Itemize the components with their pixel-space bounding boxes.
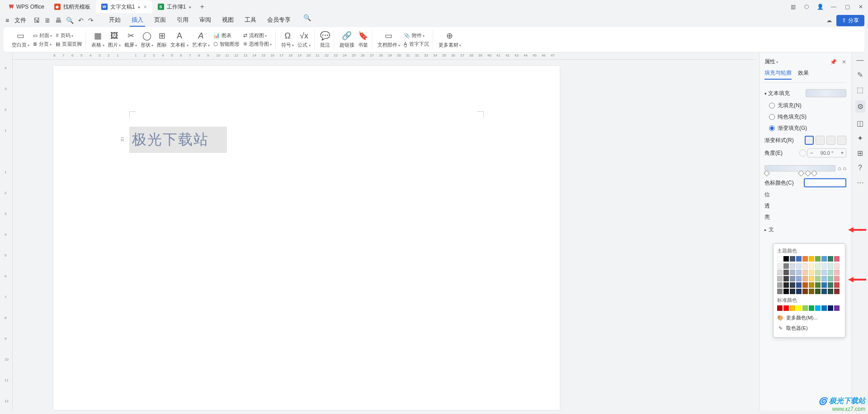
color-swatch[interactable] [796,256,802,262]
color-swatch[interactable] [783,270,789,275]
wordart-selection[interactable]: ⠿ 极光下载站 [129,127,227,153]
color-swatch[interactable] [815,305,821,311]
color-swatch[interactable] [783,276,789,281]
color-swatch[interactable] [809,270,814,275]
color-swatch[interactable] [790,263,795,269]
color-swatch[interactable] [815,256,821,262]
color-swatch[interactable] [796,263,802,269]
color-swatch[interactable] [777,263,783,269]
color-swatch[interactable] [796,289,802,294]
gradient-rect[interactable] [826,136,835,145]
fill-gradient-radio[interactable]: 渐变填充(G) [764,123,846,134]
components-icon[interactable]: ⊞ [857,149,863,157]
color-swatch[interactable] [834,282,840,288]
color-swatch[interactable] [809,282,814,288]
decrease-button[interactable]: − [808,150,815,156]
tab-template-store[interactable]: ◆ 找稻壳模板 [49,0,96,13]
color-swatch[interactable] [796,282,802,288]
file-menu[interactable]: 文件 [12,16,29,24]
attachment-button[interactable]: 📎附件 [404,32,429,39]
color-swatch[interactable] [809,263,814,269]
tab-effect[interactable]: 效果 [798,69,809,80]
bookmark-button[interactable]: 🔖书签 [358,31,368,48]
smartart-button[interactable]: ⬡智能图形 [213,41,240,48]
comment-button[interactable]: 💬批注 [320,31,330,48]
gradient-path[interactable] [837,136,846,145]
section-button[interactable]: ≣分页 [33,41,52,48]
wordart-button[interactable]: A艺术字 [192,31,210,48]
layers-icon[interactable]: ◫ [857,119,863,128]
color-swatch[interactable] [828,276,833,281]
color-swatch[interactable] [809,256,814,262]
menu-icon[interactable]: ≡ [4,17,11,24]
picture-button[interactable]: 🖼图片 [108,31,121,48]
color-swatch[interactable] [828,256,833,262]
color-swatch[interactable] [790,276,795,281]
chart-button[interactable]: 📊图表 [213,32,240,39]
wordart-text[interactable]: 极光下载站 [132,130,209,150]
page[interactable]: ⠿ 极光下载站 [53,66,560,410]
color-swatch[interactable] [834,270,840,275]
color-swatch[interactable] [790,282,795,288]
select-icon[interactable]: ⬚ [857,86,863,94]
blank-page-button[interactable]: ▭空白页 [12,31,29,48]
color-swatch[interactable] [777,305,783,311]
section-text-fill[interactable]: 文本填充 [764,90,790,97]
tools-icon[interactable]: ✦ [857,134,863,143]
section-text-outline[interactable]: 文 [764,223,846,236]
color-swatch[interactable] [777,289,783,294]
color-swatch[interactable] [790,256,795,262]
color-swatch[interactable] [802,289,808,294]
add-tab-button[interactable]: + [197,3,208,11]
menu-tools[interactable]: 工具 [243,14,258,27]
color-swatch[interactable] [809,276,814,281]
color-swatch[interactable] [828,270,833,275]
angle-dial[interactable] [799,149,807,157]
header-footer-button[interactable]: ▤页眉页脚 [56,41,82,48]
color-swatch[interactable] [828,263,833,269]
flowchart-button[interactable]: ⇄流程图 [243,32,272,39]
color-swatch[interactable] [834,305,840,311]
document-area[interactable]: 8765432112345678910111213141516171819202… [13,52,756,410]
color-swatch[interactable] [802,263,808,269]
page-number-button[interactable]: #页码 [56,32,82,39]
pin-icon[interactable]: 📌 [830,59,837,65]
color-swatch[interactable] [821,282,827,288]
tab-workbook-1[interactable]: S 工作簿1 ● [152,0,197,13]
mindmap-button[interactable]: ❊思维导图 [243,41,272,48]
color-swatch[interactable] [809,289,814,294]
color-swatch[interactable] [821,256,827,262]
close-panel-icon[interactable]: ✕ [842,59,846,65]
maximize-button[interactable]: ▢ [844,4,851,10]
save-icon[interactable]: 🖫 [33,17,40,24]
remove-stop-icon[interactable]: ⌂ [843,165,846,171]
minimize-strip-icon[interactable]: — [857,56,864,64]
color-swatch[interactable] [828,282,833,288]
add-stop-icon[interactable]: ⌂ [838,165,841,171]
screenshot-button[interactable]: ✂截屏 [124,31,137,48]
color-swatch[interactable] [802,282,808,288]
stop-color-dropdown[interactable] [804,178,846,187]
doc-parts-button[interactable]: ▭文档部件 [377,31,400,48]
color-swatch[interactable] [783,263,789,269]
color-swatch[interactable] [796,305,802,311]
layout-icon[interactable]: ▥ [789,4,797,10]
move-handle-icon[interactable]: ⠿ [120,137,124,143]
color-swatch[interactable] [777,256,783,262]
close-icon[interactable]: ✕ [143,5,147,10]
color-swatch[interactable] [815,276,821,281]
color-swatch[interactable] [796,276,802,281]
close-button[interactable]: ✕ [857,4,864,10]
hyperlink-button[interactable]: 🔗超链接 [340,31,354,48]
color-swatch[interactable] [802,276,808,281]
more-colors-button[interactable]: 🎨更多颜色(M)... [777,313,841,323]
cover-button[interactable]: ▭封面 [33,32,52,39]
menu-start[interactable]: 开始 [107,14,123,27]
gradient-linear[interactable] [805,136,814,145]
table-button[interactable]: ▦表格 [91,31,104,48]
color-swatch[interactable] [815,270,821,275]
color-swatch[interactable] [783,256,789,262]
color-swatch[interactable] [821,289,827,294]
help-icon[interactable]: ? [858,164,862,172]
color-swatch[interactable] [815,289,821,294]
